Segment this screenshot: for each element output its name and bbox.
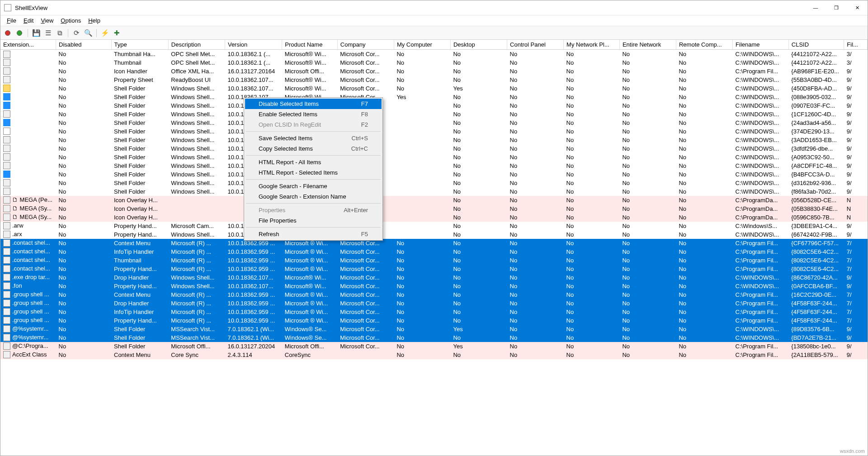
cell: No <box>507 256 564 265</box>
table-row[interactable]: .group shell ...NoProperty Hand...Micros… <box>0 316 868 325</box>
table-row[interactable]: 🗋 MEGA (Sy...NoIcon Overlay H...NoNoNoNo… <box>0 213 868 222</box>
table-row[interactable]: NoShell FolderWindows Shell...10.0.18362… <box>0 119 868 127</box>
table-row[interactable]: NoShell FolderWindows Shell...10.0.18362… <box>0 93 868 101</box>
menu-iew[interactable]: View <box>37 16 57 25</box>
row-icon <box>3 351 10 358</box>
column-header[interactable]: Extension... <box>0 40 56 50</box>
table-row[interactable]: 🗋 MEGA (Sy...NoIcon Overlay H...NoNoNoNo… <box>0 204 868 213</box>
properties-button[interactable]: ☰ <box>43 28 52 38</box>
column-header[interactable]: Entire Network <box>619 40 676 50</box>
maximize-button[interactable]: ❐ <box>826 0 847 15</box>
cell: Windows Shell... <box>168 119 225 127</box>
table-row[interactable]: NoShell FolderWindows Shell...10.0.18362… <box>0 179 868 187</box>
cell: AccExt Class <box>0 351 56 359</box>
table-row[interactable]: .contact shel...NoProperty Hand...Micros… <box>0 265 868 273</box>
column-header[interactable]: Company <box>337 40 394 50</box>
context-menu-item[interactable]: RefreshF5 <box>245 229 382 239</box>
menu-elp[interactable]: Help <box>85 16 104 25</box>
table-row[interactable]: NoShell FolderWindows Shell...10.0.18362… <box>0 144 868 153</box>
context-menu-item[interactable]: Copy Selected ItemsCtrl+C <box>245 143 382 154</box>
table-row[interactable]: .group shell ...NoContext MenuMicrosoft … <box>0 290 868 299</box>
table-row[interactable]: NoShell FolderWindows Shell...10.0.18362… <box>0 153 868 162</box>
column-header[interactable]: Type <box>111 40 168 50</box>
cell: No <box>507 247 564 256</box>
cell: No <box>619 256 676 265</box>
table-row[interactable]: NoProperty SheetReadyBoost UI10.0.18362.… <box>0 76 868 84</box>
table-row[interactable]: .group shell ...NoDrop HandlerMicrosoft … <box>0 299 868 308</box>
context-menu-item[interactable]: Save Selected ItemsCtrl+S <box>245 133 382 143</box>
close-button[interactable]: ✕ <box>847 0 868 15</box>
table-row[interactable]: NoShell FolderWindows Shell...10.0.18362… <box>0 84 868 93</box>
context-menu-item[interactable]: Disable Selected ItemsF7 <box>245 99 382 109</box>
table-row[interactable]: .contact shel...NoThumbnailMicrosoft (R)… <box>0 256 868 265</box>
cell: No <box>394 273 450 282</box>
table-row[interactable]: NoThumbnail Ha...OPC Shell Met...10.0.18… <box>0 50 868 58</box>
column-header[interactable]: Filename <box>733 40 789 50</box>
cell: No <box>56 50 112 58</box>
column-header[interactable]: Control Panel <box>507 40 564 50</box>
copy-button[interactable]: ⧉ <box>55 28 64 38</box>
minimize-button[interactable]: — <box>805 0 826 15</box>
extension-grid[interactable]: Extension...DisabledTypeDescriptionVersi… <box>0 40 868 456</box>
cell: {A8CDFF1C-48... <box>788 162 844 170</box>
table-row[interactable]: AccExt ClassNoContext MenuCore Sync2.4.3… <box>0 351 868 359</box>
table-row[interactable]: NoShell FolderWindows Shell...10.0.18362… <box>0 170 868 179</box>
menu-dit[interactable]: Edit <box>20 16 37 25</box>
menu-ptions[interactable]: Options <box>57 16 85 25</box>
column-header[interactable]: Product Name <box>282 40 338 50</box>
table-row[interactable]: NoIcon HandlerOffice XML Ha...16.0.13127… <box>0 67 868 76</box>
table-row[interactable]: .fonNoProperty Hand...Windows Shell...10… <box>0 282 868 290</box>
cell: No <box>619 282 676 290</box>
column-header[interactable]: My Computer <box>394 40 450 50</box>
cell: No <box>564 179 620 187</box>
table-row[interactable]: @C:\Progra...NoShell FolderMicrosoft Off… <box>0 342 868 351</box>
context-menu-label: Disable Selected Items <box>259 100 361 107</box>
table-row[interactable]: .exe drop tar...NoDrop HandlerWindows Sh… <box>0 273 868 282</box>
table-row[interactable]: .group shell ...NoInfoTip HandlerMicroso… <box>0 308 868 316</box>
cell: No <box>564 290 620 299</box>
table-row[interactable]: .contact shel...NoInfoTip HandlerMicroso… <box>0 247 868 256</box>
table-row[interactable]: NoShell FolderWindows Shell...10.0.18362… <box>0 136 868 144</box>
find-button[interactable]: 🔍 <box>84 28 93 38</box>
cell: No <box>450 247 507 256</box>
table-row[interactable]: 🗋 MEGA (Pe...NoIcon Overlay H...NoNoNoNo… <box>0 196 868 204</box>
column-header[interactable]: CLSID <box>788 40 844 50</box>
table-row[interactable]: NoShell FolderWindows Shell...10.0.18362… <box>0 101 868 110</box>
enable-button[interactable] <box>15 28 24 38</box>
table-row[interactable]: NoThumbnailOPC Shell Met...10.0.18362.1 … <box>0 58 868 67</box>
column-header[interactable]: My Network Pl... <box>564 40 620 50</box>
table-row[interactable]: .arwNoProperty Hand...Microsoft Cam...10… <box>0 222 868 230</box>
table-row[interactable]: NoShell FolderWindows Shell...10.0.18362… <box>0 187 868 196</box>
html-report-button[interactable]: ⚡ <box>100 28 109 38</box>
table-row[interactable]: NoShell FolderWindows Shell...10.0.18362… <box>0 162 868 170</box>
column-header[interactable]: Description <box>168 40 225 50</box>
context-menu-item[interactable]: Enable Selected ItemsF8 <box>245 109 382 119</box>
cell: No <box>56 170 112 179</box>
table-row[interactable]: .contact shel...NoContext MenuMicrosoft … <box>0 239 868 247</box>
disable-button[interactable] <box>3 28 12 38</box>
cell: 9/ <box>844 110 868 119</box>
filter-button[interactable]: ✚ <box>112 28 121 38</box>
save-button[interactable]: 💾 <box>32 28 41 38</box>
table-row[interactable]: NoShell FolderWindows Shell...10.0.18362… <box>0 110 868 119</box>
context-menu-item[interactable]: File Properties <box>245 215 382 226</box>
table-row[interactable]: NoShell FolderWindows Shell...10.0.18362… <box>0 127 868 136</box>
context-menu-item[interactable]: HTML Report - Selected Items <box>245 167 382 178</box>
context-menu-item[interactable]: HTML Report - All Items <box>245 157 382 167</box>
column-header[interactable]: Disabled <box>56 40 112 50</box>
column-header[interactable]: Fil... <box>844 40 868 50</box>
menu-ile[interactable]: File <box>3 16 20 25</box>
table-row[interactable]: @%systemr...NoShell FolderMSSearch Vist.… <box>0 325 868 333</box>
column-header[interactable]: Remote Comp... <box>676 40 732 50</box>
cell: 7/ <box>844 265 868 273</box>
cell: Windows Shell... <box>168 179 225 187</box>
table-row[interactable]: @%systemr...NoShell FolderMSSearch Vist.… <box>0 333 868 342</box>
table-row[interactable]: .arxNoProperty Hand...Windows Shell...10… <box>0 230 868 239</box>
cell <box>394 101 450 110</box>
refresh-button[interactable]: ⟳ <box>72 28 81 38</box>
context-menu-item[interactable]: Google Search - Extension Name <box>245 191 382 202</box>
column-header[interactable]: Desktop <box>450 40 507 50</box>
column-header[interactable]: Version <box>225 40 282 50</box>
cell: No <box>619 50 676 58</box>
context-menu-item[interactable]: Google Search - Filename <box>245 181 382 191</box>
